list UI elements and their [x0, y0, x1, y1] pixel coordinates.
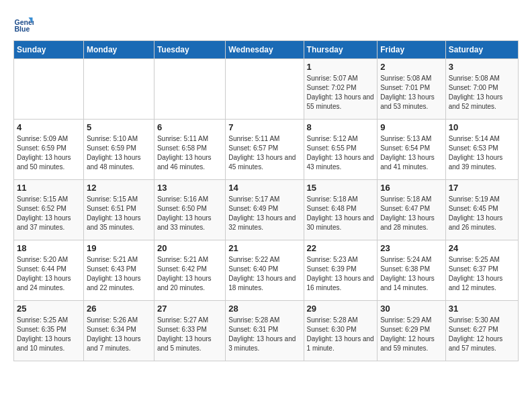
day-number: 6 [157, 122, 222, 132]
page-header: General Blue [13, 13, 519, 34]
calendar-cell: 23Sunrise: 5:24 AMSunset: 6:38 PMDayligh… [378, 240, 446, 301]
calendar-week-row: 1Sunrise: 5:07 AMSunset: 7:02 PMDaylight… [14, 59, 519, 120]
day-number: 23 [380, 243, 443, 253]
day-info: Sunrise: 5:24 AMSunset: 6:38 PMDaylight:… [380, 255, 443, 293]
day-info: Sunrise: 5:30 AMSunset: 6:27 PMDaylight:… [449, 316, 515, 353]
calendar-cell: 27Sunrise: 5:27 AMSunset: 6:33 PMDayligh… [154, 301, 225, 361]
day-info: Sunrise: 5:27 AMSunset: 6:33 PMDaylight:… [157, 316, 222, 353]
day-number: 27 [157, 304, 222, 314]
day-number: 8 [307, 122, 375, 132]
calendar-cell: 6Sunrise: 5:11 AMSunset: 6:58 PMDaylight… [154, 120, 225, 180]
calendar-cell: 9Sunrise: 5:13 AMSunset: 6:54 PMDaylight… [378, 120, 446, 180]
calendar-cell: 31Sunrise: 5:30 AMSunset: 6:27 PMDayligh… [445, 301, 518, 361]
day-number: 25 [17, 304, 81, 314]
calendar-header-row: SundayMondayTuesdayWednesdayThursdayFrid… [14, 41, 519, 59]
calendar-cell: 20Sunrise: 5:21 AMSunset: 6:42 PMDayligh… [154, 240, 225, 301]
calendar-cell [83, 59, 154, 120]
svg-text:Blue: Blue [15, 25, 30, 33]
weekday-header-friday: Friday [378, 41, 446, 59]
day-number: 16 [380, 183, 443, 193]
calendar-cell: 10Sunrise: 5:14 AMSunset: 6:53 PMDayligh… [445, 120, 518, 180]
day-info: Sunrise: 5:09 AMSunset: 6:59 PMDaylight:… [17, 134, 81, 172]
calendar-cell: 17Sunrise: 5:19 AMSunset: 6:45 PMDayligh… [445, 180, 518, 240]
calendar-cell: 21Sunrise: 5:22 AMSunset: 6:40 PMDayligh… [226, 240, 304, 301]
calendar-cell [154, 59, 225, 120]
day-number: 4 [17, 122, 81, 132]
day-info: Sunrise: 5:21 AMSunset: 6:42 PMDaylight:… [157, 255, 222, 293]
calendar-cell: 5Sunrise: 5:10 AMSunset: 6:59 PMDaylight… [83, 120, 154, 180]
day-info: Sunrise: 5:16 AMSunset: 6:50 PMDaylight:… [157, 195, 222, 232]
day-info: Sunrise: 5:18 AMSunset: 6:48 PMDaylight:… [307, 195, 375, 232]
calendar-week-row: 4Sunrise: 5:09 AMSunset: 6:59 PMDaylight… [14, 120, 519, 180]
day-number: 14 [228, 183, 300, 193]
calendar-week-row: 18Sunrise: 5:20 AMSunset: 6:44 PMDayligh… [14, 240, 519, 301]
day-info: Sunrise: 5:26 AMSunset: 6:34 PMDaylight:… [87, 316, 151, 353]
day-info: Sunrise: 5:25 AMSunset: 6:37 PMDaylight:… [449, 255, 515, 293]
day-number: 17 [449, 183, 515, 193]
calendar-cell: 25Sunrise: 5:25 AMSunset: 6:35 PMDayligh… [14, 301, 84, 361]
day-number: 3 [449, 62, 515, 72]
calendar-cell: 28Sunrise: 5:28 AMSunset: 6:31 PMDayligh… [226, 301, 304, 361]
day-number: 12 [87, 183, 151, 193]
day-info: Sunrise: 5:28 AMSunset: 6:31 PMDaylight:… [228, 316, 300, 353]
day-number: 20 [157, 243, 222, 253]
calendar-cell: 15Sunrise: 5:18 AMSunset: 6:48 PMDayligh… [304, 180, 378, 240]
calendar-cell [14, 59, 84, 120]
day-number: 5 [87, 122, 151, 132]
calendar-week-row: 11Sunrise: 5:15 AMSunset: 6:52 PMDayligh… [14, 180, 519, 240]
day-info: Sunrise: 5:23 AMSunset: 6:39 PMDaylight:… [307, 255, 375, 293]
day-info: Sunrise: 5:29 AMSunset: 6:29 PMDaylight:… [380, 316, 443, 353]
calendar-cell: 1Sunrise: 5:07 AMSunset: 7:02 PMDaylight… [304, 59, 378, 120]
day-number: 15 [307, 183, 375, 193]
day-info: Sunrise: 5:11 AMSunset: 6:57 PMDaylight:… [228, 134, 300, 172]
calendar-cell: 26Sunrise: 5:26 AMSunset: 6:34 PMDayligh… [83, 301, 154, 361]
day-number: 28 [228, 304, 300, 314]
weekday-header-saturday: Saturday [445, 41, 518, 59]
day-info: Sunrise: 5:22 AMSunset: 6:40 PMDaylight:… [228, 255, 300, 293]
logo-icon: General Blue [13, 13, 34, 34]
calendar-cell: 4Sunrise: 5:09 AMSunset: 6:59 PMDaylight… [14, 120, 84, 180]
calendar-cell: 24Sunrise: 5:25 AMSunset: 6:37 PMDayligh… [445, 240, 518, 301]
logo: General Blue [13, 13, 36, 34]
weekday-header-thursday: Thursday [304, 41, 378, 59]
calendar-cell: 19Sunrise: 5:21 AMSunset: 6:43 PMDayligh… [83, 240, 154, 301]
calendar-cell: 12Sunrise: 5:15 AMSunset: 6:51 PMDayligh… [83, 180, 154, 240]
day-info: Sunrise: 5:10 AMSunset: 6:59 PMDaylight:… [87, 134, 151, 172]
calendar-cell: 22Sunrise: 5:23 AMSunset: 6:39 PMDayligh… [304, 240, 378, 301]
day-number: 1 [307, 62, 375, 72]
day-number: 31 [449, 304, 515, 314]
day-info: Sunrise: 5:08 AMSunset: 7:00 PMDaylight:… [449, 74, 515, 111]
weekday-header-monday: Monday [83, 41, 154, 59]
day-info: Sunrise: 5:18 AMSunset: 6:47 PMDaylight:… [380, 195, 443, 232]
day-info: Sunrise: 5:12 AMSunset: 6:55 PMDaylight:… [307, 134, 375, 172]
day-number: 9 [380, 122, 443, 132]
day-info: Sunrise: 5:15 AMSunset: 6:51 PMDaylight:… [87, 195, 151, 232]
calendar-cell: 11Sunrise: 5:15 AMSunset: 6:52 PMDayligh… [14, 180, 84, 240]
day-info: Sunrise: 5:17 AMSunset: 6:49 PMDaylight:… [228, 195, 300, 232]
calendar-cell: 8Sunrise: 5:12 AMSunset: 6:55 PMDaylight… [304, 120, 378, 180]
weekday-header-tuesday: Tuesday [154, 41, 225, 59]
day-number: 29 [307, 304, 375, 314]
day-number: 21 [228, 243, 300, 253]
day-number: 22 [307, 243, 375, 253]
day-info: Sunrise: 5:21 AMSunset: 6:43 PMDaylight:… [87, 255, 151, 293]
calendar-cell: 2Sunrise: 5:08 AMSunset: 7:01 PMDaylight… [378, 59, 446, 120]
day-info: Sunrise: 5:28 AMSunset: 6:30 PMDaylight:… [307, 316, 375, 353]
day-number: 24 [449, 243, 515, 253]
day-info: Sunrise: 5:25 AMSunset: 6:35 PMDaylight:… [17, 316, 81, 353]
calendar-cell: 3Sunrise: 5:08 AMSunset: 7:00 PMDaylight… [445, 59, 518, 120]
calendar-cell: 7Sunrise: 5:11 AMSunset: 6:57 PMDaylight… [226, 120, 304, 180]
calendar-cell: 16Sunrise: 5:18 AMSunset: 6:47 PMDayligh… [378, 180, 446, 240]
day-info: Sunrise: 5:07 AMSunset: 7:02 PMDaylight:… [307, 74, 375, 111]
day-info: Sunrise: 5:15 AMSunset: 6:52 PMDaylight:… [17, 195, 81, 232]
day-info: Sunrise: 5:20 AMSunset: 6:44 PMDaylight:… [17, 255, 81, 293]
calendar-cell [226, 59, 304, 120]
calendar-cell: 18Sunrise: 5:20 AMSunset: 6:44 PMDayligh… [14, 240, 84, 301]
day-info: Sunrise: 5:11 AMSunset: 6:58 PMDaylight:… [157, 134, 222, 172]
day-number: 11 [17, 183, 81, 193]
day-number: 19 [87, 243, 151, 253]
calendar-cell: 29Sunrise: 5:28 AMSunset: 6:30 PMDayligh… [304, 301, 378, 361]
day-number: 26 [87, 304, 151, 314]
calendar-body: 1Sunrise: 5:07 AMSunset: 7:02 PMDaylight… [14, 59, 519, 361]
calendar-cell: 13Sunrise: 5:16 AMSunset: 6:50 PMDayligh… [154, 180, 225, 240]
